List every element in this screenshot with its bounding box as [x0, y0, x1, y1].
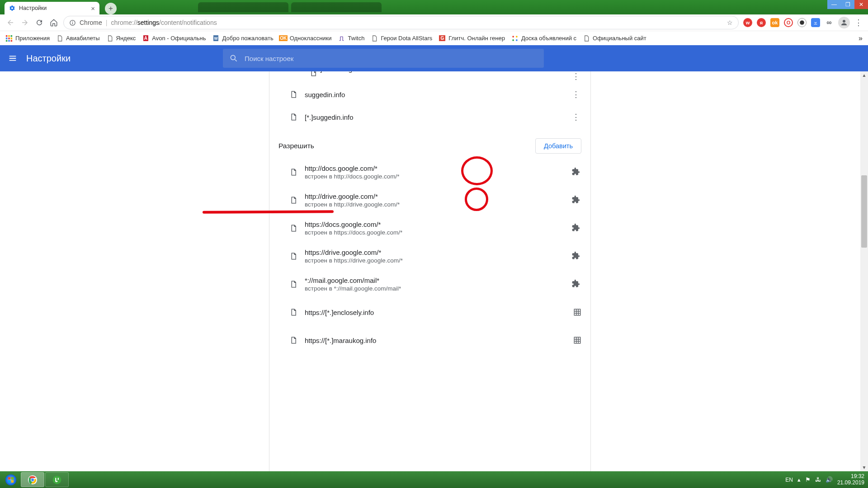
tab-close-button[interactable]: ×	[91, 5, 95, 12]
tray-flag-icon[interactable]: ⚑	[805, 476, 811, 483]
extension-icon[interactable]: w	[743, 18, 752, 27]
site-row[interactable]: *://mail.google.com/mail*встроен в *://m…	[269, 270, 590, 298]
site-url: https://[*.]enclosely.info	[305, 309, 573, 316]
extension-icon[interactable]	[797, 18, 807, 27]
bookmark-star-icon[interactable]: ☆	[727, 19, 733, 26]
scroll-down-button[interactable]: ▼	[860, 464, 868, 471]
start-button[interactable]	[2, 471, 20, 488]
tray-date: 21.09.2019	[837, 480, 864, 486]
bookmark-item[interactable]: GГлитч. Онлайн генер	[439, 35, 505, 42]
bookmark-item[interactable]: ⎍Twitch	[338, 35, 365, 42]
tray-network-icon[interactable]: 🖧	[815, 476, 821, 483]
extension-icon[interactable]	[811, 18, 820, 27]
tray-time: 19:32	[837, 474, 864, 480]
new-tab-button[interactable]: +	[105, 3, 117, 14]
bookmark-label: Глитч. Онлайн генер	[448, 35, 505, 42]
bookmark-label: Одноклассники	[290, 35, 332, 42]
site-embedded-in: встроен в *://mail.google.com/mail*	[305, 285, 571, 292]
bookmark-item[interactable]: Доска объявлений с	[511, 35, 576, 42]
bookmark-label: Герои Dota AllStars	[381, 35, 432, 42]
extension-icon[interactable]: O	[784, 18, 793, 27]
svg-point-27	[53, 475, 61, 484]
bookmarks-overflow-button[interactable]: »	[859, 34, 863, 42]
search-icon	[229, 54, 238, 63]
bookmark-label: Avon - Официальнь	[152, 35, 206, 42]
svg-point-15	[516, 36, 518, 38]
tray-chevron-icon[interactable]: ▴	[797, 476, 801, 483]
bookmark-favicon: G	[439, 35, 446, 42]
bookmark-favicon: w	[212, 35, 220, 42]
bookmark-item[interactable]: Официальный сайт	[583, 35, 646, 42]
nav-reload-button[interactable]	[34, 18, 44, 28]
tray-volume-icon[interactable]: 🔊	[826, 476, 833, 483]
bookmark-favicon: OK	[280, 35, 287, 42]
add-site-button[interactable]: Добавить	[535, 138, 581, 154]
bookmark-item[interactable]: AAvon - Официальнь	[142, 35, 206, 42]
extension-icon[interactable]: я	[757, 18, 766, 27]
site-row[interactable]: https://drive.google.com/*встроен в http…	[269, 242, 590, 270]
window-close-button[interactable]: ✕	[854, 0, 868, 9]
site-row[interactable]: http://drive.google.com/*встроен в http:…	[269, 186, 590, 214]
apps-shortcut[interactable]: Приложения	[5, 35, 50, 42]
settings-search-input[interactable]	[245, 55, 538, 62]
embedder-icon	[573, 336, 581, 344]
site-row[interactable]: https://[*.]enclosely.info	[269, 298, 590, 326]
site-row[interactable]: [*.]suggedin.info⋮	[269, 106, 590, 128]
taskbar-app-utorrent[interactable]	[45, 472, 69, 487]
site-info-icon	[69, 19, 76, 26]
settings-header: Настройки	[0, 45, 868, 71]
site-row[interactable]: [*.]maraukog.info ⋮	[269, 71, 590, 83]
svg-rect-20	[574, 309, 580, 315]
bookmark-favicon	[106, 35, 113, 42]
site-url: https://drive.google.com/*	[305, 249, 571, 256]
svg-rect-2	[72, 21, 73, 21]
page-icon	[289, 90, 298, 99]
site-url: [*.]maraukog.info	[314, 71, 571, 73]
taskbar-app-chrome[interactable]	[21, 472, 44, 487]
site-embedded-in: встроен в http://drive.google.com/*	[305, 201, 571, 208]
bookmark-item[interactable]: Авиабилеты	[56, 35, 99, 42]
bookmark-item[interactable]: Герои Dota AllStars	[371, 35, 432, 42]
browser-tab-active[interactable]: Настройки ×	[5, 2, 99, 14]
tray-clock[interactable]: 19:32 21.09.2019	[837, 474, 864, 486]
extension-icon[interactable]: ok	[770, 18, 779, 27]
bookmark-favicon	[511, 35, 519, 42]
vertical-scrollbar[interactable]: ▲ ▼	[860, 71, 868, 471]
page-icon	[289, 308, 298, 316]
row-menu-button[interactable]: ⋮	[571, 89, 581, 99]
bookmark-item[interactable]: Яндекс	[106, 35, 136, 42]
svg-rect-21	[574, 337, 580, 343]
window-minimize-button[interactable]: —	[827, 0, 841, 9]
nav-home-button[interactable]	[49, 18, 59, 28]
chrome-menu-button[interactable]: ⋮	[854, 18, 863, 28]
address-bar[interactable]: Chrome | chrome://settings/content/notif…	[63, 16, 739, 29]
omnibox-prefix: Chrome	[80, 19, 102, 26]
bookmark-favicon	[56, 35, 63, 42]
profile-button[interactable]	[838, 17, 850, 28]
scroll-thumb[interactable]	[861, 175, 867, 248]
settings-menu-button[interactable]	[0, 45, 25, 71]
settings-search-box[interactable]	[223, 49, 544, 68]
page-icon	[289, 280, 298, 288]
site-row[interactable]: http://docs.google.com/*встроен в http:/…	[269, 158, 590, 186]
row-menu-button[interactable]: ⋮	[571, 112, 581, 122]
row-menu-button[interactable]: ⋮	[571, 71, 581, 81]
bookmark-item[interactable]: wДобро пожаловать	[212, 35, 274, 42]
extension-icon[interactable]: ∞	[825, 18, 834, 27]
bookmark-label: Добро пожаловать	[222, 35, 274, 42]
site-embedded-in: встроен в https://drive.google.com/*	[305, 257, 571, 264]
nav-back-button[interactable]	[5, 18, 15, 28]
svg-point-17	[516, 39, 518, 41]
site-row[interactable]: suggedin.info⋮	[269, 83, 590, 106]
bookmark-item[interactable]: OKОдноклассники	[280, 35, 332, 42]
extension-managed-icon	[571, 223, 581, 233]
window-maximize-button[interactable]: ❐	[841, 0, 854, 9]
scroll-up-button[interactable]: ▲	[860, 71, 868, 79]
tray-language[interactable]: EN	[785, 477, 793, 483]
svg-point-16	[512, 39, 514, 41]
svg-point-18	[231, 55, 235, 60]
nav-forward-button[interactable]	[20, 18, 30, 28]
site-row[interactable]: https://docs.google.com/*встроен в https…	[269, 214, 590, 242]
site-url: http://drive.google.com/*	[305, 192, 571, 200]
site-row[interactable]: https://[*.]maraukog.info	[269, 326, 590, 354]
